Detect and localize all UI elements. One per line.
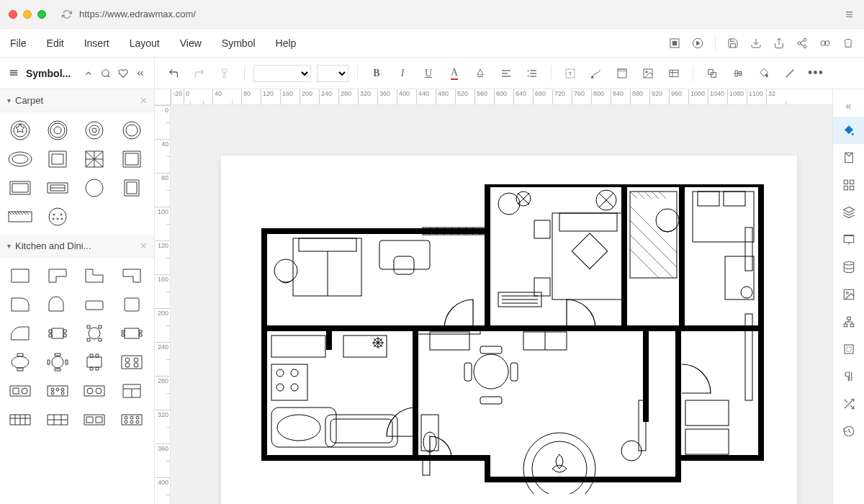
carpet-shape[interactable] (117, 120, 146, 141)
layers-tool[interactable] (833, 199, 865, 226)
text-tool-button[interactable]: T (560, 63, 580, 84)
panel-carpet-header[interactable]: ▾ Carpet × (0, 89, 154, 112)
hierarchy-tool[interactable] (833, 308, 865, 336)
chevron-left-double-icon[interactable] (135, 68, 145, 78)
preview-icon[interactable] (819, 37, 831, 49)
shuffle-tool[interactable] (833, 390, 865, 418)
kitchen-shape[interactable] (43, 265, 72, 287)
menu-help[interactable]: Help (276, 37, 297, 49)
carpet-shape[interactable] (80, 177, 109, 199)
download-icon[interactable] (750, 37, 762, 49)
carpet-shape[interactable] (6, 177, 35, 199)
font-size-select[interactable] (317, 65, 348, 82)
carpet-shape[interactable] (6, 120, 35, 141)
kitchen-shape[interactable] (43, 294, 72, 315)
share-icon[interactable] (796, 37, 808, 49)
font-family-select[interactable] (253, 65, 311, 82)
collapse-right-icon[interactable]: « (833, 95, 864, 117)
kitchen-shape[interactable] (80, 409, 109, 431)
paragraph-tool[interactable] (833, 363, 865, 390)
carpet-shape[interactable] (117, 177, 146, 199)
carpet-shape[interactable] (80, 120, 109, 141)
data-tool[interactable] (833, 253, 865, 281)
search-icon[interactable] (101, 68, 111, 78)
align-button[interactable] (496, 63, 516, 84)
table-button[interactable] (664, 63, 684, 84)
carpet-shape[interactable] (6, 206, 35, 228)
undo-button[interactable] (163, 63, 184, 84)
carpet-shape[interactable] (43, 177, 72, 199)
canvas-viewport[interactable] (171, 105, 832, 504)
grid-tool[interactable] (833, 171, 865, 199)
close-window-button[interactable] (9, 10, 17, 19)
more-button[interactable]: ••• (806, 63, 826, 84)
kitchen-shape[interactable] (117, 351, 146, 373)
group-button[interactable] (702, 63, 722, 84)
menu-symbol[interactable]: Symbol (222, 37, 256, 49)
connector-button[interactable] (586, 63, 606, 84)
export-icon[interactable] (773, 37, 785, 49)
redo-button[interactable] (189, 63, 210, 84)
menu-file[interactable]: File (10, 37, 27, 49)
kitchen-shape[interactable] (80, 380, 109, 402)
menu-view[interactable]: View (180, 37, 202, 49)
play-icon[interactable] (692, 37, 703, 49)
minimize-window-button[interactable] (23, 10, 32, 19)
reload-icon[interactable] (62, 9, 72, 19)
fill-button[interactable] (754, 63, 774, 84)
format-painter-button[interactable] (215, 63, 235, 84)
kitchen-shape[interactable] (117, 323, 146, 344)
drawing-paper[interactable] (221, 156, 797, 504)
kitchen-shape[interactable] (43, 409, 72, 431)
save-icon[interactable] (727, 37, 739, 49)
kitchen-shape[interactable] (80, 294, 109, 315)
carpet-shape[interactable] (43, 120, 72, 141)
underline-button[interactable]: U (418, 63, 438, 84)
crop-tool[interactable] (833, 336, 865, 363)
align-objects-button[interactable] (728, 63, 748, 84)
carpet-shape[interactable] (80, 148, 109, 170)
maximize-window-button[interactable] (37, 10, 46, 19)
kitchen-shape[interactable] (117, 294, 146, 315)
menu-layout[interactable]: Layout (130, 37, 160, 49)
kitchen-shape[interactable] (80, 323, 109, 344)
italic-button[interactable]: I (392, 63, 413, 84)
floor-plan-drawing[interactable] (250, 184, 768, 494)
capture-icon[interactable] (669, 37, 680, 49)
shirt-icon[interactable] (842, 37, 854, 49)
carpet-shape[interactable] (6, 148, 35, 170)
line-style-button[interactable] (780, 63, 800, 84)
image-tool[interactable] (833, 281, 865, 308)
kitchen-shape[interactable] (6, 323, 35, 344)
panel-kitchen-header[interactable]: ▾ Kitchen and Dini... × (0, 235, 154, 258)
kitchen-shape[interactable] (6, 380, 35, 402)
container-button[interactable] (612, 63, 632, 84)
bold-button[interactable]: B (366, 63, 387, 84)
kitchen-shape[interactable] (43, 351, 72, 373)
close-panel-icon[interactable]: × (140, 240, 147, 253)
history-tool[interactable] (833, 418, 865, 445)
kitchen-shape[interactable] (117, 265, 146, 287)
close-panel-icon[interactable]: × (140, 94, 147, 107)
carpet-shape[interactable] (43, 148, 72, 170)
kitchen-shape[interactable] (117, 380, 146, 402)
fill-style-tool[interactable] (833, 117, 865, 144)
collapse-up-icon[interactable] (84, 68, 94, 78)
carpet-shape[interactable] (43, 206, 72, 228)
menu-insert[interactable]: Insert (84, 37, 109, 49)
kitchen-shape[interactable] (80, 265, 109, 287)
page-tool[interactable] (833, 144, 865, 171)
image-button[interactable] (638, 63, 658, 84)
kitchen-shape[interactable] (117, 409, 146, 431)
kitchen-shape[interactable] (80, 351, 109, 373)
presentation-tool[interactable] (833, 226, 865, 253)
kitchen-shape[interactable] (6, 351, 35, 373)
font-color-button[interactable]: A (444, 63, 464, 84)
address-bar[interactable]: https://www.edrawmax.com/ (55, 9, 835, 19)
kitchen-shape[interactable] (43, 323, 72, 344)
line-spacing-button[interactable] (522, 63, 542, 84)
kitchen-shape[interactable] (6, 409, 35, 431)
highlight-button[interactable] (470, 63, 490, 84)
browser-menu-icon[interactable]: ≡ (844, 11, 855, 18)
heart-icon[interactable] (118, 68, 128, 78)
